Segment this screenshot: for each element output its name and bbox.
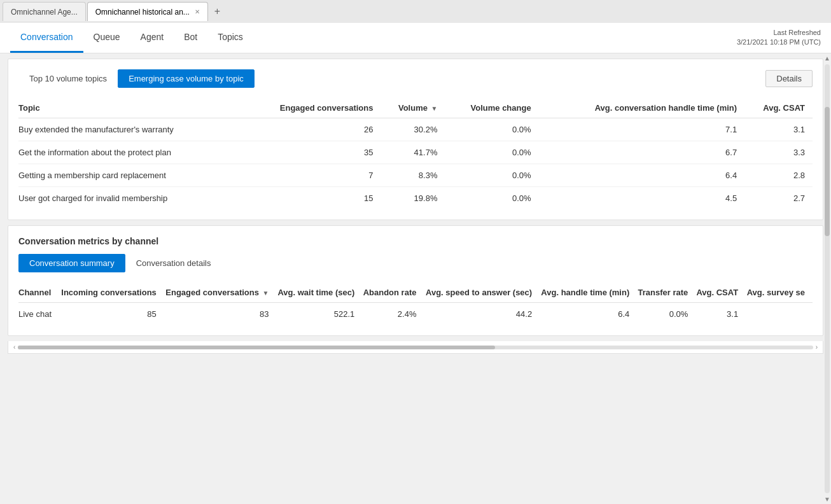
topic-engaged: 35 — [242, 141, 381, 164]
topic-avg-handle: 6.7 — [539, 141, 744, 164]
tab-emerging[interactable]: Emerging case volume by topic — [118, 69, 255, 88]
browser-tab-1-label: Omnichannel Age... — [11, 8, 78, 17]
topic-volume-change: 0.0% — [445, 141, 538, 164]
sub-tabs: Conversation summary Conversation detail… — [18, 254, 813, 272]
topic-volume: 8.3% — [381, 164, 445, 187]
topic-avg-handle: 6.4 — [539, 164, 744, 187]
nav-tab-agent[interactable]: Agent — [130, 23, 174, 53]
browser-tabs: Omnichannel Age... Omnichannel historica… — [0, 0, 831, 23]
nav-bar: Conversation Queue Agent Bot Topics Last… — [0, 23, 831, 53]
horizontal-scrollbar[interactable]: ‹ › — [8, 341, 823, 354]
metrics-channel: Live chat — [18, 303, 60, 326]
vscroll-thumb — [825, 107, 830, 235]
topics-row: Getting a membership card replacement 7 … — [18, 164, 813, 187]
scroll-left-icon[interactable]: ‹ — [13, 344, 15, 351]
topic-engaged: 26 — [242, 118, 381, 141]
topic-volume: 41.7% — [381, 141, 445, 164]
last-refreshed-label: Last Refreshed — [737, 28, 821, 38]
metrics-avg-wait: 522.1 — [277, 303, 363, 326]
topic-avg-csat: 3.3 — [744, 141, 813, 164]
mcol-engaged[interactable]: Engaged conversations ▼ — [164, 283, 277, 303]
col-engaged: Engaged conversations — [242, 98, 381, 118]
metrics-avg-speed: 44.2 — [424, 303, 540, 326]
mcol-avg-handle: Avg. handle time (min) — [540, 283, 637, 303]
metrics-transfer: 0.0% — [637, 303, 695, 326]
main-content: Top 10 volume topics Emerging case volum… — [0, 53, 831, 504]
sort-arrow-icon: ▼ — [431, 105, 438, 112]
col-volume-change: Volume change — [445, 98, 538, 118]
metrics-table: Channel Incoming conversations Engaged c… — [18, 283, 813, 325]
topic-volume-change: 0.0% — [445, 187, 538, 210]
new-tab-button[interactable]: + — [209, 3, 225, 20]
scroll-right-icon[interactable]: › — [816, 344, 818, 351]
topic-volume: 30.2% — [381, 118, 445, 141]
mcol-avg-survey: Avg. survey se — [746, 283, 813, 303]
col-avg-handle: Avg. conversation handle time (min) — [539, 98, 744, 118]
topic-name: Getting a membership card replacement — [18, 164, 242, 187]
col-topic: Topic — [18, 98, 242, 118]
scroll-thumb — [18, 346, 495, 349]
topic-avg-csat: 2.8 — [744, 164, 813, 187]
topic-name: User got charged for invalid membership — [18, 187, 242, 210]
subtab-summary[interactable]: Conversation summary — [18, 254, 125, 272]
topics-table: Topic Engaged conversations Volume ▼ Vol… — [18, 98, 813, 209]
metrics-card: Conversation metrics by channel Conversa… — [8, 225, 823, 336]
nav-tab-bot[interactable]: Bot — [174, 23, 207, 53]
scroll-down-icon[interactable]: ▼ — [823, 494, 831, 504]
metrics-avg-survey — [746, 303, 813, 326]
topics-row: Get the information about the protect pl… — [18, 141, 813, 164]
mcol-avg-csat: Avg. CSAT — [695, 283, 746, 303]
metrics-abandon: 2.4% — [362, 303, 424, 326]
metrics-table-header: Channel Incoming conversations Engaged c… — [18, 283, 813, 303]
scroll-track[interactable] — [18, 346, 813, 349]
browser-tab-2[interactable]: Omnichannel historical an... ✕ — [87, 2, 208, 21]
vertical-scrollbar[interactable]: ▲ ▼ — [823, 53, 831, 504]
mcol-avg-wait: Avg. wait time (sec) — [277, 283, 363, 303]
last-refreshed: Last Refreshed 3/21/2021 10:18 PM (UTC) — [737, 28, 821, 48]
col-avg-csat: Avg. CSAT — [744, 98, 813, 118]
topic-volume-change: 0.0% — [445, 118, 538, 141]
nav-tab-conversation[interactable]: Conversation — [10, 23, 83, 53]
details-button[interactable]: Details — [765, 70, 813, 87]
topics-card: Top 10 volume topics Emerging case volum… — [8, 59, 823, 220]
subtab-details[interactable]: Conversation details — [125, 254, 222, 272]
metrics-avg-csat: 3.1 — [695, 303, 746, 326]
nav-tab-queue[interactable]: Queue — [83, 23, 130, 53]
topic-avg-handle: 4.5 — [539, 187, 744, 210]
topic-avg-csat: 2.7 — [744, 187, 813, 210]
topic-name: Buy extended the manufacturer's warranty — [18, 118, 242, 141]
close-icon[interactable]: ✕ — [195, 8, 200, 15]
metrics-incoming: 85 — [60, 303, 164, 326]
topic-avg-csat: 3.1 — [744, 118, 813, 141]
topic-engaged: 15 — [242, 187, 381, 210]
mcol-abandon: Abandon rate — [362, 283, 424, 303]
mcol-channel: Channel — [18, 283, 60, 303]
mcol-incoming: Incoming conversations — [60, 283, 164, 303]
topic-avg-handle: 7.1 — [539, 118, 744, 141]
metrics-row: Live chat 85 83 522.1 2.4% 44.2 6.4 0.0%… — [18, 303, 813, 326]
topics-row: User got charged for invalid membership … — [18, 187, 813, 210]
browser-tab-1[interactable]: Omnichannel Age... — [3, 2, 86, 21]
metrics-sort-arrow-icon: ▼ — [263, 290, 269, 297]
browser-tab-2-label: Omnichannel historical an... — [95, 8, 190, 17]
metrics-section-title: Conversation metrics by channel — [18, 236, 813, 246]
topics-row: Buy extended the manufacturer's warranty… — [18, 118, 813, 141]
metrics-engaged: 83 — [164, 303, 277, 326]
nav-tab-topics[interactable]: Topics — [207, 23, 253, 53]
topic-volume-change: 0.0% — [445, 164, 538, 187]
tab-top10[interactable]: Top 10 volume topics — [18, 69, 118, 88]
topics-tabs: Top 10 volume topics Emerging case volum… — [18, 69, 813, 88]
topic-engaged: 7 — [242, 164, 381, 187]
mcol-avg-speed: Avg. speed to answer (sec) — [424, 283, 540, 303]
topic-volume: 19.8% — [381, 187, 445, 210]
mcol-transfer: Transfer rate — [637, 283, 695, 303]
topics-table-header: Topic Engaged conversations Volume ▼ Vol… — [18, 98, 813, 118]
scroll-up-icon[interactable]: ▲ — [823, 53, 831, 63]
vscroll-track[interactable] — [825, 64, 830, 493]
nav-tabs: Conversation Queue Agent Bot Topics — [10, 23, 253, 53]
metrics-avg-handle: 6.4 — [540, 303, 637, 326]
last-refreshed-value: 3/21/2021 10:18 PM (UTC) — [737, 38, 821, 47]
topic-name: Get the information about the protect pl… — [18, 141, 242, 164]
col-volume[interactable]: Volume ▼ — [381, 98, 445, 118]
